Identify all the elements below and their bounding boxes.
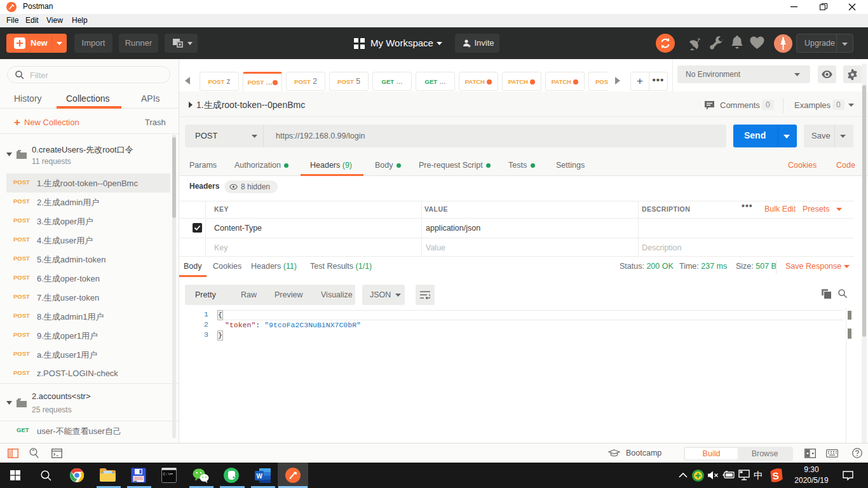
svg-text:W: W — [257, 473, 263, 480]
svg-text:C:\: C:\ — [163, 472, 170, 477]
svg-text:S: S — [772, 470, 780, 482]
